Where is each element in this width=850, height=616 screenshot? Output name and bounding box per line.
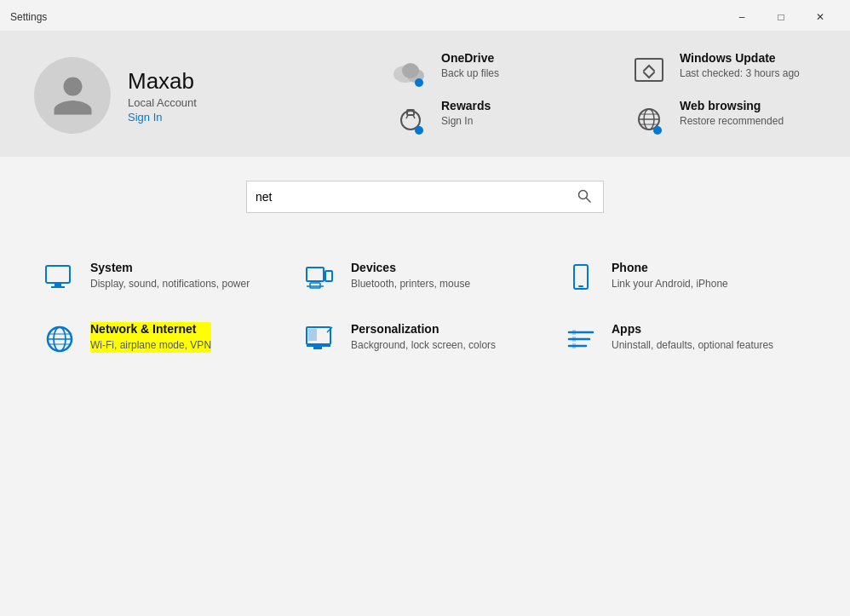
- close-button[interactable]: ✕: [801, 5, 840, 29]
- search-section: [0, 157, 850, 230]
- onedrive-subtitle: Back up files: [441, 66, 499, 81]
- maximize-button[interactable]: □: [761, 5, 801, 29]
- system-title: System: [90, 261, 250, 274]
- web-browsing-title: Web browsing: [680, 99, 784, 112]
- search-button[interactable]: [574, 187, 594, 207]
- settings-item-devices[interactable]: Devices Bluetooth, printers, mouse: [295, 247, 555, 308]
- title-bar: Settings – □ ✕: [0, 0, 850, 31]
- minimize-button[interactable]: –: [722, 5, 761, 29]
- search-icon: [577, 189, 591, 203]
- svg-rect-23: [310, 283, 320, 288]
- globe-icon: [630, 103, 668, 135]
- quick-link-windows-update[interactable]: Windows Update Last checked: 3 hours ago: [629, 51, 816, 92]
- svg-line-7: [406, 115, 408, 118]
- quick-link-web-browsing[interactable]: Web browsing Restore recommended: [629, 99, 816, 140]
- apps-subtitle: Uninstall, defaults, optional features: [612, 338, 773, 353]
- svg-point-3: [415, 78, 423, 87]
- onedrive-text: OneDrive Back up files: [441, 51, 499, 81]
- settings-grid: System Display, sound, notifications, po…: [0, 230, 850, 370]
- system-icon: [43, 261, 77, 295]
- window-controls: – □ ✕: [722, 5, 840, 29]
- header-section: Maxab Local Account Sign In OneDrive Bac…: [0, 31, 850, 157]
- svg-rect-35: [313, 346, 322, 349]
- quick-links: OneDrive Back up files Windows Update La…: [390, 51, 816, 140]
- avatar-icon: [49, 72, 96, 119]
- onedrive-title: OneDrive: [441, 51, 499, 65]
- settings-item-apps[interactable]: Apps Uninstall, defaults, optional featu…: [555, 308, 816, 370]
- update-icon: [630, 55, 668, 88]
- svg-rect-42: [572, 343, 576, 348]
- network-title: Network & Internet: [90, 322, 211, 336]
- phone-title: Phone: [612, 261, 728, 274]
- windows-update-icon: [629, 51, 669, 92]
- rewards-icon: [390, 99, 431, 140]
- devices-title: Devices: [351, 261, 470, 274]
- personalization-subtitle: Background, lock screen, colors: [351, 338, 496, 353]
- svg-line-8: [413, 115, 415, 118]
- rewards-title: Rewards: [441, 99, 491, 112]
- phone-subtitle: Link your Android, iPhone: [612, 277, 728, 291]
- search-input[interactable]: [256, 190, 574, 204]
- personalization-text: Personalization Background, lock screen,…: [351, 322, 496, 353]
- svg-point-2: [402, 63, 419, 78]
- rewards-subtitle: Sign In: [441, 114, 491, 129]
- devices-text: Devices Bluetooth, printers, mouse: [351, 261, 470, 291]
- apps-text: Apps Uninstall, defaults, optional featu…: [612, 322, 773, 353]
- quick-link-rewards[interactable]: Rewards Sign In: [390, 99, 577, 140]
- personalization-icon: [303, 322, 337, 356]
- search-box: [246, 181, 604, 213]
- svg-rect-19: [55, 283, 61, 286]
- network-subtitle: Wi-Fi, airplane mode, VPN: [90, 338, 211, 353]
- settings-item-personalization[interactable]: Personalization Background, lock screen,…: [295, 308, 555, 370]
- rewards-text: Rewards Sign In: [441, 99, 491, 129]
- svg-point-9: [415, 126, 423, 135]
- windows-update-subtitle: Last checked: 3 hours ago: [680, 66, 800, 81]
- svg-point-15: [653, 126, 662, 135]
- apps-title: Apps: [612, 322, 773, 336]
- svg-rect-25: [574, 265, 588, 289]
- windows-update-text: Windows Update Last checked: 3 hours ago: [680, 51, 800, 81]
- onedrive-icon: [390, 51, 431, 92]
- svg-rect-6: [407, 110, 414, 115]
- web-browsing-subtitle: Restore recommended: [680, 114, 784, 129]
- svg-rect-40: [572, 330, 576, 335]
- svg-rect-20: [51, 286, 65, 288]
- svg-rect-33: [308, 329, 317, 341]
- svg-rect-18: [46, 266, 70, 283]
- rewards-badge-icon: [392, 103, 429, 135]
- svg-rect-22: [325, 271, 332, 281]
- settings-item-system[interactable]: System Display, sound, notifications, po…: [34, 247, 295, 308]
- apps-icon: [564, 322, 598, 356]
- network-icon: [43, 322, 77, 356]
- devices-subtitle: Bluetooth, printers, mouse: [351, 277, 470, 291]
- app-title: Settings: [10, 11, 47, 23]
- web-browsing-icon: [629, 99, 669, 140]
- settings-item-phone[interactable]: Phone Link your Android, iPhone: [555, 247, 816, 308]
- onedrive-cloud-icon: [392, 55, 429, 88]
- network-text: Network & Internet Wi-Fi, airplane mode,…: [90, 322, 211, 353]
- phone-icon: [564, 261, 598, 295]
- svg-line-17: [587, 198, 591, 202]
- system-subtitle: Display, sound, notifications, power: [90, 277, 250, 291]
- profile-signin-link[interactable]: Sign In: [128, 111, 197, 124]
- system-text: System Display, sound, notifications, po…: [90, 261, 250, 291]
- profile-name: Maxab: [128, 68, 197, 95]
- personalization-title: Personalization: [351, 322, 496, 336]
- profile-info: Maxab Local Account Sign In: [128, 68, 197, 124]
- devices-icon: [303, 261, 337, 295]
- profile-subtitle: Local Account: [128, 96, 197, 109]
- quick-link-onedrive[interactable]: OneDrive Back up files: [390, 51, 577, 92]
- web-browsing-text: Web browsing Restore recommended: [680, 99, 784, 129]
- windows-update-title: Windows Update: [680, 51, 800, 65]
- settings-item-network[interactable]: Network & Internet Wi-Fi, airplane mode,…: [34, 308, 295, 370]
- phone-text: Phone Link your Android, iPhone: [612, 261, 728, 291]
- avatar: [34, 57, 111, 134]
- svg-rect-41: [572, 337, 576, 342]
- svg-rect-21: [307, 268, 324, 281]
- profile-area: Maxab Local Account Sign In: [34, 57, 197, 134]
